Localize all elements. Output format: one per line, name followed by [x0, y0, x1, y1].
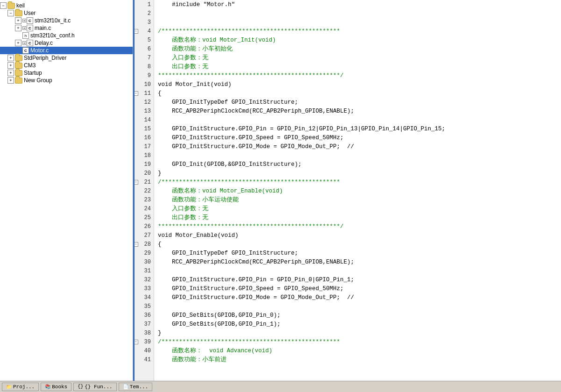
expand-icon-main[interactable]	[15, 25, 21, 31]
code-line-30[interactable]: RCC_APB2PeriphClockCmd(RCC_APB2Periph_GP…	[154, 257, 561, 266]
line-number-text: 12	[144, 99, 151, 106]
bottom-tab-1[interactable]: 📚Books	[41, 383, 71, 391]
tree-item-motor[interactable]: CMotor.c	[0, 47, 133, 54]
code-line-2[interactable]	[154, 9, 561, 18]
line-num-37: 37	[135, 320, 154, 328]
collapse-btn-39[interactable]: −	[134, 340, 138, 344]
line-number-text: 4	[148, 28, 151, 35]
code-line-34[interactable]: GPIO_InitStructure.GPIO_Mode = GPIO_Mode…	[154, 293, 561, 302]
code-line-26[interactable]: ****************************************…	[154, 222, 561, 231]
collapse-btn-28[interactable]: −	[134, 242, 138, 247]
code-line-22[interactable]: 函数名称：void Motor_Enable(void)	[154, 186, 561, 195]
expand-icon-delay[interactable]	[15, 40, 21, 46]
tree-item-keil[interactable]: keil	[0, 2, 133, 9]
line-number-text: 29	[144, 250, 151, 257]
line-num-2: 2	[135, 9, 154, 18]
code-line-10[interactable]: void Motor_Init(void)	[154, 80, 561, 89]
line-number-text: 2	[148, 10, 151, 17]
line-num-20: 20	[135, 169, 154, 178]
expand-icon-stm32f10x_it[interactable]	[15, 17, 21, 24]
code-line-21[interactable]: /***************************************…	[154, 178, 561, 186]
tree-item-newgroup[interactable]: New Group	[0, 77, 133, 84]
code-line-15[interactable]: GPIO_InitStructure.GPIO_Pin = GPIO_Pin_1…	[154, 124, 561, 133]
code-line-5[interactable]: 函数名称：void Motor_Init(void)	[154, 36, 561, 44]
line-num-29: 29	[135, 249, 154, 257]
line-number-text: 18	[144, 152, 151, 159]
line-num-32: 32	[135, 275, 154, 284]
code-line-11[interactable]: {	[154, 89, 561, 98]
line-num-1: 1	[135, 0, 154, 9]
code-line-12[interactable]: GPIO_InitTypeDef GPIO_InitStructure;	[154, 98, 561, 107]
line-number-text: 27	[144, 232, 151, 239]
code-line-36[interactable]: GPIO_SetBits(GPIOB,GPIO_Pin_0);	[154, 311, 561, 320]
expand-icon-startup[interactable]	[7, 70, 14, 76]
code-line-4[interactable]: /***************************************…	[154, 27, 561, 36]
code-line-8[interactable]: 出口参数：无	[154, 62, 561, 71]
code-line-33[interactable]: GPIO_InitStructure.GPIO_Speed = GPIO_Spe…	[154, 284, 561, 293]
c-file-icon-stm32f10x_it: C	[27, 17, 33, 24]
code-line-35[interactable]	[154, 302, 561, 311]
bottom-tab-2[interactable]: {}{} Fun...	[73, 383, 116, 391]
code-line-18[interactable]	[154, 151, 561, 160]
code-line-9[interactable]: ****************************************…	[154, 71, 561, 80]
line-number-text: 19	[144, 161, 151, 168]
code-line-17[interactable]: GPIO_InitStructure.GPIO_Mode = GPIO_Mode…	[154, 142, 561, 151]
line-num-31: 31	[135, 266, 154, 275]
code-line-25[interactable]: 出口参数：无	[154, 213, 561, 222]
tree-item-stm32f10x_conf[interactable]: hstm32f10x_conf.h	[0, 32, 133, 39]
line-number-text: 31	[144, 268, 151, 274]
code-line-31[interactable]	[154, 266, 561, 275]
line-number-text: 11	[144, 90, 151, 97]
line-num-30: 30	[135, 257, 154, 266]
line-num-21: −21	[135, 178, 154, 186]
bottom-tab-3[interactable]: 📄Tem...	[119, 383, 153, 391]
expand-icon-newgroup[interactable]	[7, 77, 14, 84]
tree-item-cm3[interactable]: CM3	[0, 62, 133, 69]
collapse-btn-4[interactable]: −	[134, 29, 138, 34]
tree-item-delay[interactable]: +CDelay.c	[0, 39, 133, 47]
expand-icon-user[interactable]	[7, 10, 14, 16]
code-line-41[interactable]: 函数功能：小车前进	[154, 355, 561, 364]
code-line-29[interactable]: GPIO_InitTypeDef GPIO_InitStructure;	[154, 249, 561, 257]
code-line-38[interactable]: }	[154, 328, 561, 337]
code-line-3[interactable]	[154, 18, 561, 27]
code-line-37[interactable]: GPIO_SetBits(GPIOB,GPIO_Pin_1);	[154, 320, 561, 328]
code-line-40[interactable]: 函数名称： void Advance(void)	[154, 346, 561, 355]
expand-icon-cm3[interactable]	[7, 62, 14, 69]
code-line-14[interactable]	[154, 115, 561, 124]
code-line-28[interactable]: {	[154, 240, 561, 249]
tree-item-user[interactable]: User	[0, 9, 133, 17]
line-number-text: 21	[144, 179, 151, 185]
tree-item-stdperiph[interactable]: StdPeriph_Driver	[0, 54, 133, 62]
collapse-btn-21[interactable]: −	[134, 180, 138, 185]
expand-icon-stdperiph[interactable]	[7, 55, 14, 61]
code-line-16[interactable]: GPIO_InitStructure.GPIO_Speed = GPIO_Spe…	[154, 133, 561, 142]
code-line-13[interactable]: RCC_APB2PeriphClockCmd(RCC_APB2Periph_GP…	[154, 107, 561, 115]
line-number-text: 24	[144, 206, 151, 212]
code-line-32[interactable]: GPIO_InitStructure.GPIO_Pin = GPIO_Pin_0…	[154, 275, 561, 284]
code-line-23[interactable]: 函数功能：小车运动使能	[154, 195, 561, 204]
code-line-6[interactable]: 函数功能：小车初始化	[154, 44, 561, 53]
line-number-text: 8	[148, 64, 151, 70]
code-line-7[interactable]: 入口参数：无	[154, 53, 561, 62]
tree-item-startup[interactable]: Startup	[0, 69, 133, 77]
bottom-tab-0[interactable]: 📁Proj...	[2, 383, 39, 391]
code-lines[interactable]: #include "Motor.h"/*********************…	[154, 0, 561, 381]
line-number-text: 25	[144, 214, 151, 221]
expand-icon-keil[interactable]	[0, 2, 7, 9]
code-line-24[interactable]: 入口参数：无	[154, 204, 561, 213]
folder-icon-user	[15, 10, 22, 16]
tree-item-main[interactable]: +Cmain.c	[0, 24, 133, 32]
code-line-27[interactable]: void Motor_Enable(void)	[154, 231, 561, 240]
line-number-text: 1	[148, 1, 151, 8]
code-line-19[interactable]: GPIO_Init(GPIOB,&GPIO_InitStructure);	[154, 160, 561, 169]
code-line-39[interactable]: /***************************************…	[154, 337, 561, 346]
line-num-27: 27	[135, 231, 154, 240]
line-num-4: −4	[135, 27, 154, 36]
code-line-20[interactable]: }	[154, 169, 561, 178]
tree-item-stm32f10x_it[interactable]: +Cstm32f10x_it.c	[0, 17, 133, 24]
code-line-1[interactable]: #include "Motor.h"	[154, 0, 561, 9]
code-editor: 123−45678910−11121314151617181920−212223…	[133, 0, 561, 381]
sidebar: keilUser+Cstm32f10x_it.c+Cmain.chstm32f1…	[0, 0, 133, 381]
collapse-btn-11[interactable]: −	[134, 91, 138, 96]
